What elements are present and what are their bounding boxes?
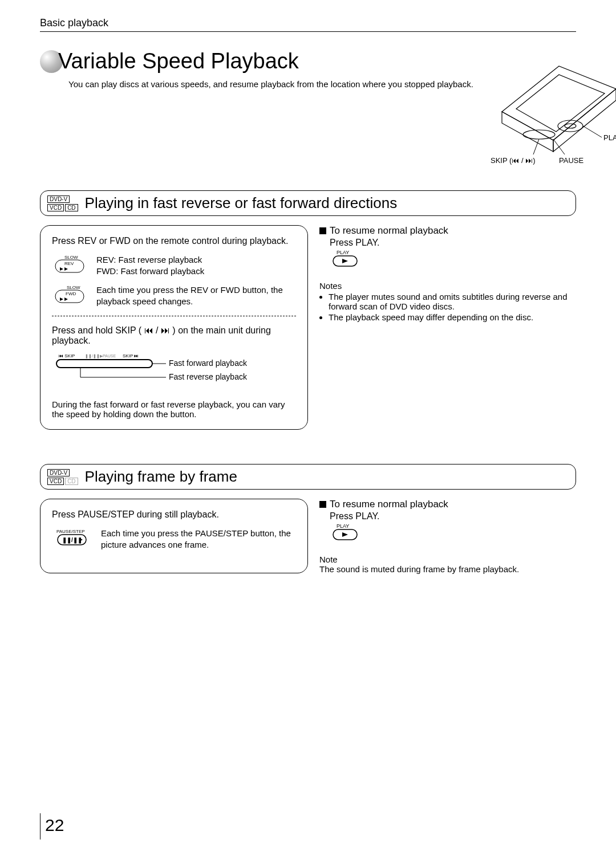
svg-line-5 [553, 139, 565, 154]
title-block: Variable Speed Playback You can play dis… [40, 49, 473, 89]
badge-vcd-2: VCD [47, 478, 64, 485]
section2-right: To resume normal playback Press PLAY. PL… [319, 499, 576, 574]
svg-text:SKIP ⏭: SKIP ⏭ [123, 353, 139, 358]
svg-text:Fast forward playback: Fast forward playback [169, 358, 248, 368]
s2-resume-heading: To resume normal playback [319, 499, 576, 510]
badge-cd: CD [65, 204, 78, 211]
s1-lead: Press REV or FWD on the remote control d… [52, 236, 296, 246]
svg-text:❚❚/❚❚▶PAUSE: ❚❚/❚❚▶PAUSE [85, 354, 116, 358]
device-pause-label: PAUSE [559, 156, 583, 165]
s1-note2: The playback speed may differ depending … [329, 312, 576, 322]
badge-dvdv: DVD-V [47, 195, 70, 203]
pause-step-button-icon: PAUSE/STEP ❚❚/❚❚ [52, 528, 92, 548]
s1-resume-text: Press PLAY. [319, 238, 576, 248]
title-row: Variable Speed Playback You can play dis… [40, 49, 576, 174]
s1-note1: The player mutes sound and omits subtitl… [329, 292, 576, 311]
section2-content: Press PAUSE/STEP during still playback. … [40, 499, 576, 574]
page-number: 22 [40, 813, 576, 840]
s2-desc: Each time you press the PAUSE/STEP butto… [101, 528, 296, 550]
svg-point-2 [523, 130, 555, 139]
intro-text: You can play discs at various speeds, an… [40, 79, 473, 89]
badge-vcd: VCD [47, 204, 64, 211]
page-title: Variable Speed Playback [58, 49, 299, 74]
svg-text:SKIP (⏮ / ⏭): SKIP (⏮ / ⏭) [491, 156, 536, 165]
svg-text:PLAY: PLAY [337, 523, 349, 529]
section1-right: To resume normal playback Press PLAY. PL… [319, 225, 576, 322]
svg-text:❚❚/❚❚: ❚❚/❚❚ [62, 537, 82, 544]
svg-text:SLOW: SLOW [67, 285, 80, 290]
s2-note-heading: Note [319, 555, 576, 564]
svg-text:PLAY: PLAY [337, 250, 349, 255]
play-button-icon: PLAY [330, 249, 360, 268]
section1-header: DVD-V VCD CD Playing in fast reverse or … [40, 190, 576, 216]
breadcrumb: Basic playback [40, 17, 576, 32]
s2-lead: Press PAUSE/STEP during still playback. [52, 510, 296, 520]
fwd-button-icon: SLOW FWD [52, 284, 87, 305]
s1-notes-heading: Notes [319, 281, 576, 291]
rev-desc: REV: Fast reverse playback FWD: Fast for… [96, 254, 204, 276]
section1-badges: DVD-V VCD CD [47, 195, 78, 211]
svg-text:Fast reverse playback: Fast reverse playback [169, 372, 248, 381]
s1-footnote: During the fast forward or fast reverse … [52, 400, 296, 419]
s1-unit-lead: Press and hold SKIP ( ⏮ / ⏭ ) on the mai… [52, 325, 296, 346]
svg-text:SLOW: SLOW [64, 255, 78, 260]
section2-header: DVD-V VCD CD Playing frame by frame [40, 464, 576, 490]
section2-title: Playing frame by frame [85, 468, 237, 486]
svg-text:REV: REV [64, 261, 74, 266]
svg-text:PAUSE/STEP: PAUSE/STEP [56, 529, 85, 534]
play-button-icon-2: PLAY [330, 523, 360, 542]
fwd-desc: Each time you press the REV or FWD butto… [96, 284, 296, 307]
section1-title: Playing in fast reverse or fast forward … [85, 194, 398, 212]
svg-line-3 [583, 126, 602, 137]
page-title-wrap: Variable Speed Playback [40, 49, 473, 74]
svg-rect-52 [56, 360, 152, 368]
dashed-divider [52, 316, 296, 316]
dvd-player-icon: PLAY SKIP (⏮ / ⏭) PAUSE [485, 49, 616, 174]
svg-text:⏮ SKIP: ⏮ SKIP [59, 353, 75, 358]
s1-notes-list: The player mutes sound and omits subtitl… [319, 292, 576, 322]
section1-content: Press REV or FWD on the remote control d… [40, 225, 576, 430]
s2-note1: The sound is muted during frame by frame… [319, 564, 576, 574]
rev-button-icon: SLOW REV [52, 254, 87, 275]
section2-badges: DVD-V VCD CD [47, 469, 78, 485]
section1-box: Press REV or FWD on the remote control d… [40, 225, 308, 430]
badge-cd-dim: CD [65, 478, 78, 485]
main-unit-buttons-icon: ⏮ SKIP ❚❚/❚❚▶PAUSE SKIP ⏭ Fast forward p… [52, 352, 291, 386]
section2-box: Press PAUSE/STEP during still playback. … [40, 499, 308, 573]
s2-resume-text: Press PLAY. [319, 511, 576, 521]
device-play-label: PLAY [603, 133, 616, 142]
badge-dvdv-2: DVD-V [47, 469, 70, 476]
s1-resume-heading: To resume normal playback [319, 225, 576, 237]
device-illustration-area: PLAY SKIP (⏮ / ⏭) PAUSE [485, 49, 616, 174]
svg-text:FWD: FWD [66, 291, 76, 296]
